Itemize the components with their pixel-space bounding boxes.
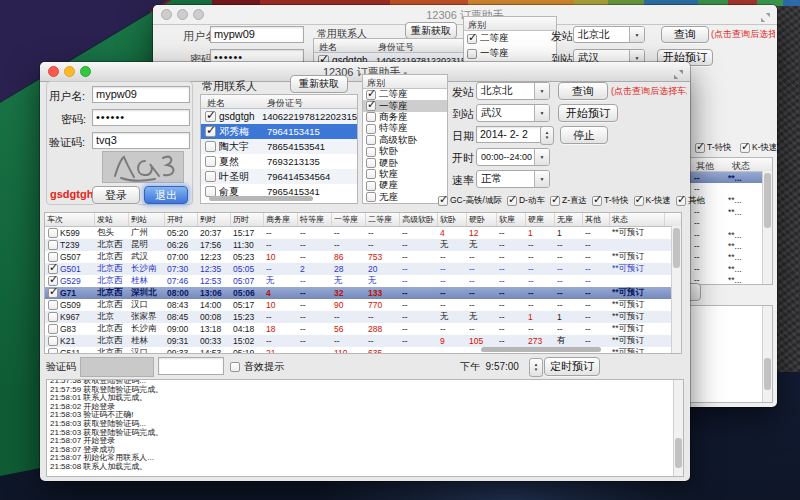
query-button[interactable]: 查询: [558, 82, 608, 100]
column-header[interactable]: 车次: [45, 213, 95, 226]
train-type-filter[interactable]: 其他: [676, 195, 705, 207]
checkbox-icon[interactable]: [467, 49, 477, 59]
checkbox-icon[interactable]: [366, 124, 376, 134]
query-button[interactable]: 查询: [661, 26, 709, 43]
train-row[interactable]: G71北京西深圳北08:0013:0605:064--32133--------…: [45, 287, 681, 299]
seat-class-item[interactable]: 无座: [363, 192, 447, 203]
column-header[interactable]: 状态: [610, 213, 665, 226]
start-booking-button[interactable]: 开始预订: [558, 104, 618, 122]
train-row[interactable]: G83北京西长沙南09:0013:1804:1818--56288-------…: [45, 323, 681, 335]
train-checkbox[interactable]: [48, 324, 58, 334]
column-header[interactable]: 到时: [198, 213, 231, 226]
train-row[interactable]: --**...: [682, 252, 772, 263]
from-select[interactable]: 北京北: [476, 82, 550, 100]
login-button[interactable]: 登录: [92, 186, 140, 204]
captcha-image[interactable]: [102, 151, 184, 183]
column-header[interactable]: 历时: [231, 213, 264, 226]
train-checkbox[interactable]: [48, 276, 58, 286]
contact-row[interactable]: 夏然7693213135: [201, 154, 357, 169]
stop-button[interactable]: 停止: [560, 126, 608, 144]
checkbox-icon[interactable]: [366, 192, 376, 202]
column-header[interactable]: 开时: [165, 213, 198, 226]
date-stepper[interactable]: ▲▼: [540, 126, 554, 145]
schedule-time[interactable]: 下午 9:57:00: [460, 360, 519, 374]
seat-class-item[interactable]: 硬卧: [363, 157, 447, 168]
train-type-filter[interactable]: Z-直达: [550, 195, 587, 207]
captcha-input[interactable]: tvq3: [92, 132, 190, 149]
column-header[interactable]: 硬卧: [467, 213, 497, 226]
bottom-captcha-image[interactable]: [80, 357, 154, 377]
column-header[interactable]: 软卧: [438, 213, 467, 226]
horizontal-scrollbar[interactable]: [209, 196, 313, 201]
contact-row[interactable]: 邓秀梅7964153415: [201, 124, 357, 139]
seat-class-list[interactable]: 席别 二等座一等座商务座特等座高级软卧软卧硬卧软座硬座无座: [362, 74, 448, 204]
train-row[interactable]: G501北京西长沙南07:3012:3505:05--22820--------…: [45, 263, 681, 275]
train-row[interactable]: --**...: [682, 229, 772, 240]
column-header[interactable]: 发站: [95, 213, 129, 226]
train-row[interactable]: --: [682, 218, 772, 229]
background-log-area[interactable]: [683, 305, 773, 403]
date-input[interactable]: 2014- 2- 2: [476, 126, 544, 143]
train-checkbox[interactable]: [48, 300, 58, 310]
train-checkbox[interactable]: [48, 228, 58, 238]
scheduled-booking-button[interactable]: 定时预订: [544, 357, 600, 376]
contact-row[interactable]: 陶大宇78654153541: [201, 139, 357, 154]
seat-class-item[interactable]: 二等座: [464, 31, 556, 46]
filter-k-fast[interactable]: K-快速: [740, 142, 778, 154]
checkbox-icon[interactable]: [366, 169, 376, 179]
username-input[interactable]: mypw09: [92, 86, 190, 103]
column-header[interactable]: 到站: [129, 213, 165, 226]
scrollbar-thumb[interactable]: [673, 228, 680, 268]
train-type-filter[interactable]: K-快速: [634, 195, 672, 207]
train-row[interactable]: G509北京西汉口08:4314:0005:1710--90770-------…: [45, 299, 681, 311]
seat-class-item[interactable]: 软座: [363, 169, 447, 180]
checkbox-icon[interactable]: [507, 196, 517, 206]
train-row[interactable]: --**...: [682, 206, 772, 217]
checkbox-icon[interactable]: [366, 112, 376, 122]
checkbox-icon[interactable]: [467, 34, 477, 44]
contact-checkbox[interactable]: [205, 171, 216, 182]
password-input[interactable]: ••••••: [92, 109, 190, 126]
column-header[interactable]: 一等座: [332, 213, 366, 226]
train-type-filter[interactable]: D-动车: [507, 195, 545, 207]
column-header[interactable]: 高级软卧: [400, 213, 438, 226]
time-stepper[interactable]: ▲▼: [529, 358, 543, 377]
train-row[interactable]: K599包头广州05:2020:3715:17----------412--11…: [45, 227, 681, 239]
checkbox-icon[interactable]: [550, 196, 560, 206]
time-range-select[interactable]: 00:00--24:00: [476, 148, 550, 166]
refresh-contacts-button[interactable]: 重新获取: [405, 22, 457, 39]
bottom-captcha-input[interactable]: [158, 357, 224, 375]
fullscreen-icon[interactable]: [673, 66, 684, 77]
contact-checkbox[interactable]: [205, 111, 216, 122]
sound-toggle[interactable]: 音效提示: [230, 360, 284, 374]
seat-class-item[interactable]: 软卧: [363, 146, 447, 157]
contact-checkbox[interactable]: [205, 141, 216, 152]
checkbox-icon[interactable]: [676, 196, 686, 206]
column-header[interactable]: 无座: [555, 213, 583, 226]
train-row[interactable]: G529北京西桂林07:4612:5305:07无--无无-----------…: [45, 275, 681, 287]
fullscreen-icon[interactable]: [760, 9, 771, 20]
column-header[interactable]: 其他: [583, 213, 610, 226]
column-header[interactable]: 商务座: [264, 213, 298, 226]
train-table-header[interactable]: 车次发站到站开时到时历时商务座特等座一等座二等座高级软卧软卧硬卧软座硬座无座其他…: [45, 213, 681, 227]
horizontal-scrollbar[interactable]: [481, 347, 601, 352]
checkbox-icon[interactable]: [366, 158, 376, 168]
train-row[interactable]: G507北京西武汉07:0012:2305:2310--86753-------…: [45, 251, 681, 263]
contact-checkbox[interactable]: [205, 126, 216, 137]
scrollbar-thumb[interactable]: [764, 173, 771, 228]
checkbox-icon[interactable]: [366, 147, 376, 157]
checkbox-icon[interactable]: [366, 101, 376, 111]
username-input[interactable]: mypw09: [210, 26, 304, 43]
column-header[interactable]: 特等座: [298, 213, 332, 226]
logout-button[interactable]: 退出: [144, 186, 188, 204]
checkbox-icon[interactable]: [634, 196, 644, 206]
filter-t-express[interactable]: T-特快: [695, 142, 732, 154]
train-checkbox[interactable]: [48, 312, 58, 322]
contact-checkbox[interactable]: [205, 156, 216, 167]
train-type-filter[interactable]: GC-高铁/城际: [438, 195, 502, 207]
train-row[interactable]: --**...: [682, 172, 772, 183]
contact-row[interactable]: 叶圣明796414534564: [201, 169, 357, 184]
checkbox-icon[interactable]: [592, 196, 602, 206]
seat-class-item[interactable]: 一等座: [464, 46, 556, 61]
log-area[interactable]: 21:57:58 获取登陆验证码...21:57:59 获取登陆验证码完成。21…: [46, 379, 684, 477]
